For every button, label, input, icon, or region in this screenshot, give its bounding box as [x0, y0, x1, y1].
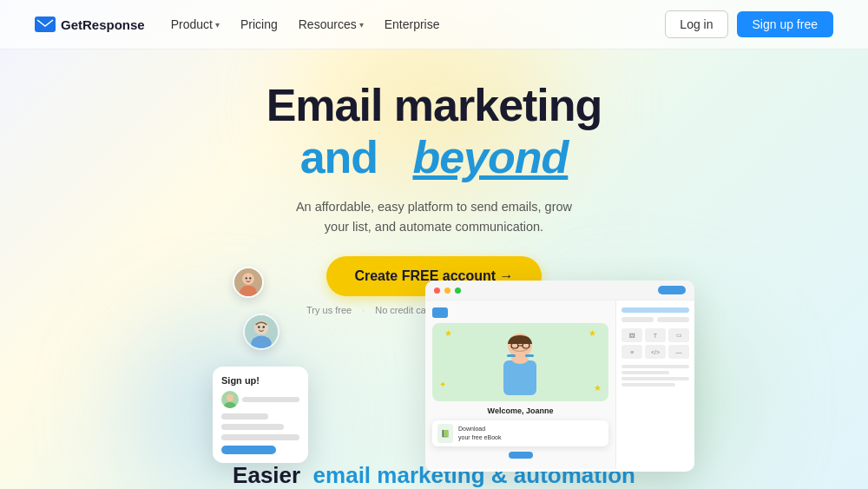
tool-cell-align: ≡ — [621, 345, 642, 359]
logo-icon — [35, 17, 56, 32]
editor-body: ★ ★ ✦ ★ — [425, 301, 694, 469]
svg-rect-21 — [507, 354, 516, 357]
star-icon: ★ — [594, 383, 602, 393]
editor-titlebar — [425, 281, 694, 301]
svg-point-16 — [227, 394, 233, 401]
welcome-text: Welcome, Joanne — [488, 406, 554, 415]
editor-preview: ★ ★ ✦ ★ — [425, 301, 616, 469]
email-logo-block — [432, 307, 448, 318]
svg-point-17 — [224, 402, 236, 408]
logo-text: GetResponse — [61, 17, 145, 32]
tool-row — [621, 317, 689, 322]
tool-line — [621, 365, 689, 368]
tool-cell-link: — — [668, 345, 689, 359]
tool-cell-text: T — [645, 328, 666, 342]
signup-field-full — [221, 434, 299, 440]
star-icon: ★ — [589, 328, 596, 338]
tool-cell-img: 🖼 — [621, 328, 642, 342]
svg-point-9 — [258, 326, 260, 328]
svg-point-10 — [262, 326, 265, 328]
tool-lines — [621, 365, 689, 387]
titlebar-maximize — [455, 287, 461, 294]
star-icon: ✦ — [439, 380, 446, 389]
chevron-down-icon: ▾ — [359, 20, 364, 30]
star-icon: ★ — [444, 328, 452, 338]
chevron-down-icon: ▾ — [215, 20, 220, 30]
svg-rect-19 — [503, 360, 536, 395]
tool-cell-btn: ▭ — [668, 328, 689, 342]
tool-cell-code: </> — [645, 345, 666, 359]
titlebar-close — [434, 287, 440, 294]
welcome-image-area: ★ ★ ✦ ★ — [432, 323, 608, 401]
signup-card: Sign up! — [213, 367, 308, 463]
signup-field-short — [221, 413, 268, 420]
hero-section: Email marketing and beyond An affordable… — [0, 50, 868, 315]
hero-title-line2: and beyond — [300, 130, 569, 184]
download-button-bar — [509, 452, 533, 459]
tool-row — [621, 307, 689, 313]
signup-submit-bar — [221, 446, 276, 454]
svg-rect-0 — [35, 17, 56, 32]
nav-links: Product ▾ Pricing Resources ▾ Enterprise — [171, 17, 666, 31]
editor-tools-panel: 🖼 T ▭ ≡ </> — — [616, 301, 694, 469]
nav-resources[interactable]: Resources ▾ — [299, 17, 364, 31]
tool-line — [621, 377, 689, 380]
signup-field-medium — [221, 424, 284, 430]
editor-action-btn — [658, 286, 686, 294]
hero-and: and — [300, 132, 378, 182]
avatar-face — [245, 315, 278, 348]
hero-title-line1: Email marketing — [266, 81, 602, 130]
svg-rect-22 — [525, 354, 534, 357]
separator: · — [362, 305, 365, 315]
titlebar-minimize — [444, 287, 450, 294]
nav-pricing[interactable]: Pricing — [240, 17, 278, 31]
login-button[interactable]: Log in — [665, 10, 727, 38]
person-illustration — [496, 330, 544, 395]
ebook-icon: 📗 — [437, 424, 453, 443]
logo[interactable]: GetResponse — [35, 17, 145, 32]
download-card: 📗 Download your free eBook — [432, 420, 608, 446]
navbar: GetResponse Product ▾ Pricing Resources … — [0, 0, 868, 50]
tool-bar — [621, 317, 654, 322]
nav-actions: Log in Sign up free — [665, 10, 833, 38]
tool-line — [621, 383, 675, 387]
avatar-middle-left — [243, 314, 279, 350]
bottom-static: Easier — [233, 462, 300, 488]
email-editor-card: ★ ★ ✦ ★ — [425, 281, 694, 472]
meta-try: Try us free — [306, 305, 352, 315]
signup-button[interactable]: Sign up free — [737, 11, 834, 37]
tool-line — [621, 371, 669, 374]
hero-description: An affordable, easy platform to send ema… — [286, 197, 582, 237]
signup-card-title: Sign up! — [221, 375, 299, 386]
tools-grid: 🖼 T ▭ ≡ </> — — [621, 328, 689, 359]
nav-product[interactable]: Product ▾ — [171, 17, 220, 31]
tool-bar-short — [657, 317, 689, 322]
download-text: Download your free eBook — [458, 425, 501, 442]
hero-beyond: beyond — [412, 132, 568, 182]
tool-bar — [621, 307, 689, 313]
nav-enterprise[interactable]: Enterprise — [385, 17, 440, 31]
